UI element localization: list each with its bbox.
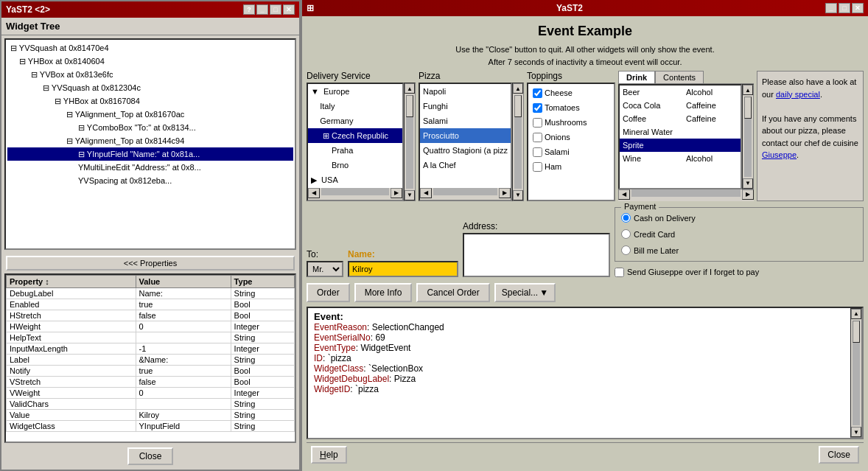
tree-node-8[interactable]: ⊟ YInputField "Name:" at 0x81a... (7, 147, 293, 161)
close-btn[interactable]: ✕ (283, 4, 295, 15)
drink-wine[interactable]: WineAlcohol (620, 152, 741, 165)
delivery-brno[interactable]: Brno (308, 158, 402, 172)
delivery-praha[interactable]: Praha (308, 143, 402, 158)
topping-mushrooms[interactable]: Mushrooms (530, 115, 612, 130)
topping-salami-check[interactable] (533, 147, 542, 157)
pizza-vscroll[interactable]: ▲ ▼ (512, 83, 524, 201)
right-minimize-btn[interactable]: _ (825, 3, 837, 13)
delivery-europe[interactable]: ▼ Europe (308, 84, 402, 99)
tree-node-7[interactable]: ⊟ YAlignment_Top at 0x8144c94 (7, 134, 293, 147)
help-btn[interactable]: ? (243, 4, 255, 15)
cancel-order-button[interactable]: Cancel Order (416, 283, 489, 302)
delivery-scroll-down[interactable]: ▼ (405, 190, 415, 200)
delivery-scroll-left[interactable]: ◀ (308, 188, 320, 198)
delivery-scroll-thumb[interactable] (406, 95, 413, 117)
delivery-list[interactable]: ▼ Europe Italy Germany ⊞ Czech Republic … (307, 83, 404, 201)
pizza-quattro[interactable]: Quattro Stagioni (a pizz (420, 143, 511, 158)
properties-toggle[interactable]: <<< Properties (6, 256, 295, 271)
pizza-hscroll[interactable]: ◀ ▶ (420, 188, 511, 200)
maximize-btn[interactable]: □ (270, 4, 281, 15)
delivery-scroll-right[interactable]: ▶ (391, 188, 402, 198)
drink-scroll-thumb[interactable] (744, 97, 752, 119)
send-checkbox[interactable] (615, 268, 624, 277)
pizza-scroll-thumb[interactable] (514, 95, 522, 117)
event-scroll-down[interactable]: ▼ (851, 427, 861, 437)
minimize-btn[interactable]: _ (256, 4, 268, 15)
pizza-scroll-right[interactable]: ▶ (499, 188, 511, 198)
pizza-scroll-down[interactable]: ▼ (513, 190, 523, 200)
tree-node-6[interactable]: ⊟ YComboBox "To:" at 0x8134... (7, 121, 293, 134)
tree-node-2[interactable]: ⊟ YVBox at 0x813e6fc (7, 68, 293, 81)
topping-cheese-check[interactable] (533, 88, 542, 98)
pizza-scroll-left[interactable]: ◀ (420, 188, 432, 198)
drink-scroll-left[interactable]: ◀ (618, 189, 630, 200)
topping-mushrooms-check[interactable] (533, 118, 542, 128)
name-input[interactable] (348, 261, 458, 277)
payment-bill[interactable]: Bill me Later (621, 243, 857, 258)
drink-cocacola[interactable]: Coca ColaCaffeine (620, 99, 741, 112)
pizza-napoli[interactable]: Napoli (420, 84, 511, 99)
tab-contents[interactable]: Contents (655, 71, 704, 83)
drink-list[interactable]: BeerAlcohol Coca ColaCaffeine CoffeeCaff… (618, 84, 742, 189)
delivery-vscroll[interactable]: ▲ ▼ (404, 83, 416, 201)
payment-credit-radio[interactable] (621, 229, 631, 239)
event-scroll-up[interactable]: ▲ (851, 309, 861, 319)
to-select[interactable]: Mr. Mrs. Ms. (307, 261, 343, 277)
delivery-usa[interactable]: ▶ USA (308, 172, 402, 187)
pizza-alachef[interactable]: A la Chef (420, 158, 511, 172)
payment-cash-radio[interactable] (621, 213, 631, 223)
tree-node-10[interactable]: YVSpacing at 0x812eba... (7, 174, 293, 187)
drink-sprite[interactable]: Sprite (620, 139, 741, 152)
giuseppe-link[interactable]: Giuseppe (762, 150, 797, 159)
pizza-list[interactable]: Napoli Funghi Salami Prosciutto Quattro … (419, 83, 512, 201)
event-scroll-thumb[interactable] (853, 321, 860, 343)
right-close-btn[interactable]: ✕ (852, 3, 864, 13)
drink-hscroll[interactable]: ◀ ▶ (618, 189, 754, 201)
special-button[interactable]: Special... ▼ (494, 283, 556, 302)
payment-credit[interactable]: Credit Card (621, 227, 857, 242)
pizza-salami[interactable]: Salami (420, 114, 511, 128)
drink-mineralwater[interactable]: Mineral Water (620, 125, 741, 139)
payment-cash[interactable]: Cash on Delivery (621, 211, 857, 226)
drink-scroll-right[interactable]: ▶ (742, 189, 754, 200)
delivery-hscroll[interactable]: ◀ ▶ (308, 188, 402, 200)
tree-node-3[interactable]: ⊟ YVSquash at 0x812304c (7, 81, 293, 94)
tree-node-1[interactable]: ⊟ YHBox at 0x8140604 (7, 55, 293, 68)
topping-onions[interactable]: Onions (530, 130, 612, 144)
drink-vscroll[interactable]: ▲ ▼ (742, 84, 754, 189)
tree-node-0[interactable]: ⊟ YVSquash at 0x81470e4 (7, 41, 293, 55)
right-maximize-btn[interactable]: □ (839, 3, 850, 13)
event-vscroll[interactable]: ▲ ▼ (850, 308, 862, 439)
topping-tomatoes[interactable]: Tomatoes (530, 100, 612, 115)
drink-beer[interactable]: BeerAlcohol (620, 86, 741, 99)
pizza-funghi[interactable]: Funghi (420, 99, 511, 114)
delivery-scroll-up[interactable]: ▲ (405, 83, 415, 94)
help-button[interactable]: Help (311, 446, 347, 464)
delivery-italy[interactable]: Italy (308, 99, 402, 114)
more-info-button[interactable]: More Info (354, 283, 413, 302)
special-dropdown-icon[interactable]: ▼ (539, 287, 548, 298)
delivery-germany[interactable]: Germany (308, 114, 402, 128)
tree-node-9[interactable]: YMultiLineEdit "Address:" at 0x8... (7, 161, 293, 174)
pizza-scroll-up[interactable]: ▲ (513, 83, 523, 94)
topping-onions-check[interactable] (533, 133, 542, 142)
daily-special-link[interactable]: daily special (776, 90, 820, 99)
topping-salami[interactable]: Salami (530, 144, 612, 159)
drink-scroll-down[interactable]: ▼ (743, 178, 753, 189)
left-close-button[interactable]: Close (127, 447, 174, 465)
topping-tomatoes-check[interactable] (533, 103, 542, 113)
drink-scroll-up[interactable]: ▲ (743, 85, 753, 95)
payment-bill-radio[interactable] (621, 245, 631, 255)
tree-node-4[interactable]: ⊟ YHBox at 0x8167084 (7, 94, 293, 108)
drink-coffee[interactable]: CoffeeCaffeine (620, 112, 741, 125)
tree-scroll[interactable]: ⊟ YVSquash at 0x81470e4 ⊟ YHBox at 0x814… (6, 40, 295, 248)
pizza-prosciutto[interactable]: Prosciutto (420, 128, 511, 143)
address-input[interactable] (463, 233, 610, 277)
send-checkbox-area[interactable]: Send Giuseppe over if I forget to pay (615, 268, 864, 277)
tab-drink[interactable]: Drink (618, 71, 655, 83)
tree-node-5[interactable]: ⊟ YAlignment_Top at 0x81670ac (7, 108, 293, 121)
delivery-czech[interactable]: ⊞ Czech Republic (308, 128, 402, 143)
topping-ham-check[interactable] (533, 162, 542, 172)
topping-cheese[interactable]: Cheese (530, 86, 612, 100)
topping-ham[interactable]: Ham (530, 159, 612, 174)
